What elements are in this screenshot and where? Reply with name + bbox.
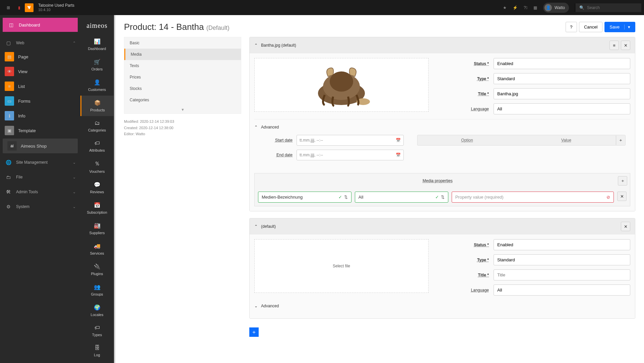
s2-suppliers[interactable]: 🏭Suppliers <box>80 218 114 239</box>
sidebar-item-page[interactable]: ▤Page <box>0 49 80 64</box>
factory-icon: 🏭 <box>94 222 101 229</box>
collapse-icon[interactable]: ⌃ <box>254 224 258 229</box>
advanced-toggle[interactable]: ⌄Advanced <box>254 302 630 310</box>
s2-dashboard[interactable]: 📊Dashboard <box>80 34 114 55</box>
save-button[interactable]: Save ▾ <box>604 22 635 32</box>
option-table-head: Option Value ＋ <box>417 135 626 146</box>
forms-icon: ▭ <box>5 96 14 106</box>
sidebar-web[interactable]: ▢ Web ⌃ <box>0 35 80 49</box>
title-field[interactable] <box>494 269 630 280</box>
card-title: Bantha.jpg (default) <box>261 43 296 48</box>
s2-plugins[interactable]: 🔌Plugins <box>80 259 114 280</box>
gear-icon: ⚙ <box>5 203 12 210</box>
grid-icon[interactable]: ▦ <box>533 5 537 10</box>
collapse-icon[interactable]: ⌃ <box>254 43 258 48</box>
info-icon: ℹ <box>5 111 14 120</box>
file-drop-zone[interactable]: Select file <box>254 239 429 293</box>
title-field[interactable] <box>494 88 630 99</box>
status-field[interactable] <box>494 58 630 69</box>
help-icon[interactable]: ?⃝ <box>524 5 527 10</box>
add-option-button[interactable]: ＋ <box>616 136 625 145</box>
chevron-down-icon: ⌄ <box>73 205 76 209</box>
start-date-input[interactable]: tt.mm.jjjj, --:--📅 <box>297 135 404 146</box>
type-label: Type * <box>439 258 489 262</box>
title-label: Title * <box>439 92 489 96</box>
search-box[interactable]: 🔍 <box>575 3 641 12</box>
close-icon[interactable]: ✕ <box>621 222 630 231</box>
s2-types[interactable]: 🏷Types <box>80 321 114 341</box>
add-media-button[interactable]: ＋ <box>249 327 259 337</box>
view-icon: 👁 <box>5 67 14 76</box>
property-type-select[interactable]: Medien-Bezeichnung ✓⇅ <box>258 192 351 203</box>
typo3-logo[interactable] <box>25 3 34 12</box>
star-icon[interactable]: ★ <box>503 5 507 10</box>
tab-basic[interactable]: Basic <box>124 37 241 49</box>
remove-property-button[interactable]: ✕ <box>617 192 627 201</box>
close-icon[interactable]: ✕ <box>621 41 630 50</box>
title-label: Title * <box>439 273 489 277</box>
s2-products[interactable]: 📦Products <box>80 96 114 116</box>
search-input[interactable] <box>587 5 637 10</box>
tab-texts[interactable]: Texts <box>124 60 241 71</box>
sidebar-site-mgmt[interactable]: 🌐Site Management⌄ <box>0 154 80 169</box>
sidebar-item-aimeos[interactable]: aiAimeos Shop <box>3 139 78 153</box>
bookmark-icon[interactable]: ▮ <box>14 3 24 13</box>
tab-stocks[interactable]: Stocks <box>124 83 241 94</box>
sidebar-item-view[interactable]: 👁View <box>0 64 80 79</box>
property-lang-select[interactable]: All ✓⇅ <box>355 192 448 203</box>
sidebar-admin[interactable]: 🛠Admin Tools⌄ <box>0 184 80 198</box>
sidebar-item-template[interactable]: ▣Template <box>0 123 80 138</box>
s2-categories[interactable]: 🗂Categories <box>80 116 114 136</box>
chevron-down-icon: ⌄ <box>254 304 258 308</box>
site-name: Tatooine Used Parts 10.4.10 <box>38 3 74 12</box>
add-property-button[interactable]: ＋ <box>618 176 627 186</box>
s2-services[interactable]: 🚚Services <box>80 239 114 259</box>
s2-reviews[interactable]: 💬Reviews <box>80 177 114 198</box>
type-field[interactable] <box>494 254 630 265</box>
tab-categories[interactable]: Categories <box>124 94 241 106</box>
sidebar-file[interactable]: 🗀File⌄ <box>0 169 80 184</box>
media-properties: Media properties ＋ Medien-Bezeichnung ✓⇅… <box>254 173 630 206</box>
s2-locales[interactable]: 🌍Locales <box>80 300 114 321</box>
apps-icon[interactable]: ⊞ <box>3 3 13 13</box>
property-value-input[interactable]: Property value (required) ⊘ <box>452 192 614 203</box>
end-date-input[interactable]: tt.mm.jjjj, --:--📅 <box>297 150 404 160</box>
s2-subscription[interactable]: 📅Subscription <box>80 198 114 218</box>
menu-icon[interactable]: ≡ <box>609 41 619 50</box>
media-preview[interactable] <box>254 58 429 112</box>
s2-attributes[interactable]: 🏷Attributes <box>80 136 114 156</box>
page-icon: ▤ <box>5 52 14 61</box>
media-card-2: ⌃ (default) ✕ Select file Status * Type … <box>249 218 635 319</box>
sidebar-system[interactable]: ⚙System⌄ <box>0 198 80 213</box>
sidebar-item-forms[interactable]: ▭Forms <box>0 94 80 108</box>
search-icon: 🔍 <box>579 5 584 10</box>
card-title: (default) <box>261 224 276 229</box>
user-menu[interactable]: 👤 Watto <box>543 3 569 13</box>
flash-icon[interactable]: ⚡ <box>513 5 518 10</box>
help-button[interactable]: ? <box>566 22 577 32</box>
tab-media[interactable]: Media <box>124 49 241 60</box>
calendar-icon: 📅 <box>396 153 401 157</box>
s2-vouchers[interactable]: ％Vouchers <box>80 156 114 177</box>
sidebar-item-info[interactable]: ℹInfo <box>0 108 80 123</box>
status-field[interactable] <box>494 239 630 250</box>
advanced-toggle[interactable]: ⌃Advanced <box>254 123 630 132</box>
s2-log[interactable]: 🗄Log <box>80 341 114 361</box>
lang-field[interactable] <box>494 103 630 114</box>
type-label: Type * <box>439 76 489 81</box>
s2-groups[interactable]: 👥Groups <box>80 280 114 300</box>
sidebar-dashboard[interactable]: ◫ Dashboard <box>3 18 78 32</box>
sitemap-icon: 🗂 <box>94 120 100 126</box>
cube-icon: 📦 <box>94 100 101 106</box>
s2-orders[interactable]: 🛒Orders <box>80 55 114 75</box>
tab-prices[interactable]: Prices <box>124 71 241 83</box>
start-date-label: Start date <box>259 138 293 143</box>
lang-field[interactable] <box>494 284 630 296</box>
tab-expand[interactable]: ▾ <box>124 106 241 113</box>
status-label: Status * <box>439 243 489 247</box>
sidebar-item-list[interactable]: ≡List <box>0 79 80 94</box>
s2-customers[interactable]: 👤Customers <box>80 75 114 96</box>
type-field[interactable] <box>494 73 630 84</box>
lang-label: Language <box>439 107 489 111</box>
cancel-button[interactable]: Cancel <box>579 22 602 32</box>
